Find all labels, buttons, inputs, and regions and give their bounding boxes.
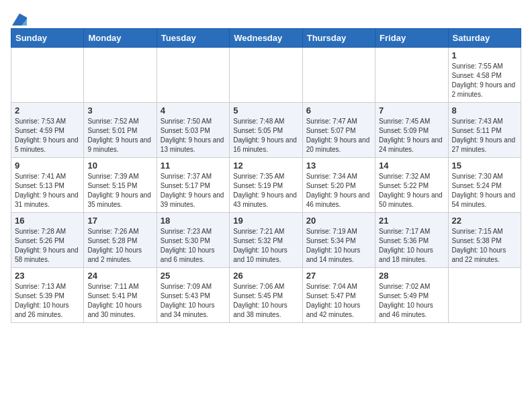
calendar-cell (448, 268, 521, 323)
day-of-week-header: Sunday (11, 29, 84, 48)
day-info: Sunrise: 7:21 AM Sunset: 5:32 PM Dayligh… (233, 227, 298, 265)
calendar-header-row: SundayMondayTuesdayWednesdayThursdayFrid… (11, 29, 521, 48)
calendar-cell: 15Sunrise: 7:30 AM Sunset: 5:24 PM Dayli… (448, 158, 521, 213)
day-info: Sunrise: 7:47 AM Sunset: 5:07 PM Dayligh… (306, 117, 371, 154)
day-info: Sunrise: 7:06 AM Sunset: 5:45 PM Dayligh… (233, 282, 298, 320)
calendar-cell: 27Sunrise: 7:04 AM Sunset: 5:47 PM Dayli… (302, 268, 375, 323)
day-info: Sunrise: 7:17 AM Sunset: 5:36 PM Dayligh… (379, 227, 444, 265)
calendar-cell: 28Sunrise: 7:02 AM Sunset: 5:49 PM Dayli… (375, 268, 448, 323)
day-info: Sunrise: 7:34 AM Sunset: 5:20 PM Dayligh… (306, 172, 371, 210)
day-info: Sunrise: 7:09 AM Sunset: 5:43 PM Dayligh… (161, 282, 226, 320)
day-info: Sunrise: 7:41 AM Sunset: 5:13 PM Dayligh… (15, 172, 80, 210)
calendar-cell: 8Sunrise: 7:43 AM Sunset: 5:11 PM Daylig… (448, 103, 521, 158)
calendar-cell: 7Sunrise: 7:45 AM Sunset: 5:09 PM Daylig… (375, 103, 448, 158)
day-of-week-header: Monday (84, 29, 157, 48)
calendar-cell: 22Sunrise: 7:15 AM Sunset: 5:38 PM Dayli… (448, 213, 521, 268)
day-info: Sunrise: 7:37 AM Sunset: 5:17 PM Dayligh… (161, 172, 226, 210)
calendar-cell: 11Sunrise: 7:37 AM Sunset: 5:17 PM Dayli… (157, 158, 229, 213)
calendar-cell: 6Sunrise: 7:47 AM Sunset: 5:07 PM Daylig… (302, 103, 375, 158)
day-info: Sunrise: 7:55 AM Sunset: 4:58 PM Dayligh… (452, 62, 517, 99)
calendar-cell: 1Sunrise: 7:55 AM Sunset: 4:58 PM Daylig… (448, 48, 521, 103)
day-number: 7 (379, 105, 444, 116)
calendar-cell: 23Sunrise: 7:13 AM Sunset: 5:39 PM Dayli… (11, 268, 84, 323)
calendar-cell: 2Sunrise: 7:53 AM Sunset: 4:59 PM Daylig… (11, 103, 84, 158)
day-info: Sunrise: 7:52 AM Sunset: 5:01 PM Dayligh… (87, 117, 152, 154)
day-number: 27 (306, 271, 371, 281)
calendar-week-row: 9Sunrise: 7:41 AM Sunset: 5:13 PM Daylig… (11, 158, 521, 213)
day-number: 19 (233, 216, 298, 226)
calendar-cell: 18Sunrise: 7:23 AM Sunset: 5:30 PM Dayli… (157, 213, 229, 268)
day-number: 6 (306, 105, 371, 116)
day-number: 16 (15, 216, 80, 226)
day-number: 12 (233, 161, 298, 171)
day-info: Sunrise: 7:50 AM Sunset: 5:03 PM Dayligh… (161, 117, 226, 154)
day-info: Sunrise: 7:19 AM Sunset: 5:34 PM Dayligh… (306, 227, 371, 265)
day-info: Sunrise: 7:39 AM Sunset: 5:15 PM Dayligh… (87, 172, 152, 210)
day-number: 10 (87, 161, 152, 171)
day-info: Sunrise: 7:30 AM Sunset: 5:24 PM Dayligh… (452, 172, 517, 210)
calendar-cell: 14Sunrise: 7:32 AM Sunset: 5:22 PM Dayli… (375, 158, 448, 213)
day-number: 23 (15, 271, 80, 281)
day-number: 18 (161, 216, 226, 226)
day-number: 22 (452, 216, 517, 226)
day-number: 24 (87, 271, 152, 281)
day-info: Sunrise: 7:04 AM Sunset: 5:47 PM Dayligh… (306, 282, 371, 320)
logo-icon (12, 13, 27, 26)
day-number: 15 (452, 161, 517, 171)
day-info: Sunrise: 7:15 AM Sunset: 5:38 PM Dayligh… (452, 227, 517, 265)
day-number: 2 (15, 105, 80, 116)
day-info: Sunrise: 7:02 AM Sunset: 5:49 PM Dayligh… (379, 282, 444, 320)
calendar-cell: 10Sunrise: 7:39 AM Sunset: 5:15 PM Dayli… (84, 158, 157, 213)
calendar-week-row: 1Sunrise: 7:55 AM Sunset: 4:58 PM Daylig… (11, 48, 521, 103)
calendar-week-row: 16Sunrise: 7:28 AM Sunset: 5:26 PM Dayli… (11, 213, 521, 268)
calendar-cell (157, 48, 229, 103)
day-number: 26 (233, 271, 298, 281)
day-info: Sunrise: 7:32 AM Sunset: 5:22 PM Dayligh… (379, 172, 444, 210)
day-number: 13 (306, 161, 371, 171)
day-info: Sunrise: 7:26 AM Sunset: 5:28 PM Dayligh… (87, 227, 152, 265)
day-info: Sunrise: 7:45 AM Sunset: 5:09 PM Dayligh… (379, 117, 444, 154)
calendar-cell: 25Sunrise: 7:09 AM Sunset: 5:43 PM Dayli… (157, 268, 229, 323)
calendar-cell: 21Sunrise: 7:17 AM Sunset: 5:36 PM Dayli… (375, 213, 448, 268)
day-number: 25 (161, 271, 226, 281)
calendar-cell: 13Sunrise: 7:34 AM Sunset: 5:20 PM Dayli… (302, 158, 375, 213)
calendar-table: SundayMondayTuesdayWednesdayThursdayFrid… (11, 28, 521, 323)
calendar-cell: 24Sunrise: 7:11 AM Sunset: 5:41 PM Dayli… (84, 268, 157, 323)
day-number: 3 (87, 105, 152, 116)
day-number: 9 (15, 161, 80, 171)
day-number: 20 (306, 216, 371, 226)
calendar-cell (11, 48, 84, 103)
day-of-week-header: Friday (375, 29, 448, 48)
calendar-cell: 9Sunrise: 7:41 AM Sunset: 5:13 PM Daylig… (11, 158, 84, 213)
calendar-week-row: 2Sunrise: 7:53 AM Sunset: 4:59 PM Daylig… (11, 103, 521, 158)
day-info: Sunrise: 7:28 AM Sunset: 5:26 PM Dayligh… (15, 227, 80, 265)
day-number: 8 (452, 105, 517, 116)
calendar-cell: 3Sunrise: 7:52 AM Sunset: 5:01 PM Daylig… (84, 103, 157, 158)
calendar-cell: 12Sunrise: 7:35 AM Sunset: 5:19 PM Dayli… (230, 158, 302, 213)
day-of-week-header: Wednesday (230, 29, 302, 48)
calendar-cell (375, 48, 448, 103)
calendar-cell: 5Sunrise: 7:48 AM Sunset: 5:05 PM Daylig… (230, 103, 302, 158)
day-number: 17 (87, 216, 152, 226)
calendar-cell: 19Sunrise: 7:21 AM Sunset: 5:32 PM Dayli… (230, 213, 302, 268)
day-info: Sunrise: 7:13 AM Sunset: 5:39 PM Dayligh… (15, 282, 80, 320)
calendar-cell (230, 48, 302, 103)
calendar-cell: 26Sunrise: 7:06 AM Sunset: 5:45 PM Dayli… (230, 268, 302, 323)
day-of-week-header: Saturday (448, 29, 521, 48)
day-number: 1 (452, 50, 517, 60)
day-info: Sunrise: 7:35 AM Sunset: 5:19 PM Dayligh… (233, 172, 298, 210)
day-info: Sunrise: 7:23 AM Sunset: 5:30 PM Dayligh… (161, 227, 226, 265)
calendar-cell (84, 48, 157, 103)
day-of-week-header: Tuesday (157, 29, 229, 48)
day-info: Sunrise: 7:11 AM Sunset: 5:41 PM Dayligh… (87, 282, 152, 320)
calendar-cell: 20Sunrise: 7:19 AM Sunset: 5:34 PM Dayli… (302, 213, 375, 268)
calendar-cell (302, 48, 375, 103)
page-header (11, 11, 521, 23)
day-info: Sunrise: 7:48 AM Sunset: 5:05 PM Dayligh… (233, 117, 298, 154)
day-number: 28 (379, 271, 444, 281)
calendar-cell: 4Sunrise: 7:50 AM Sunset: 5:03 PM Daylig… (157, 103, 229, 158)
day-info: Sunrise: 7:43 AM Sunset: 5:11 PM Dayligh… (452, 117, 517, 154)
calendar-week-row: 23Sunrise: 7:13 AM Sunset: 5:39 PM Dayli… (11, 268, 521, 323)
day-number: 11 (161, 161, 226, 171)
day-number: 14 (379, 161, 444, 171)
